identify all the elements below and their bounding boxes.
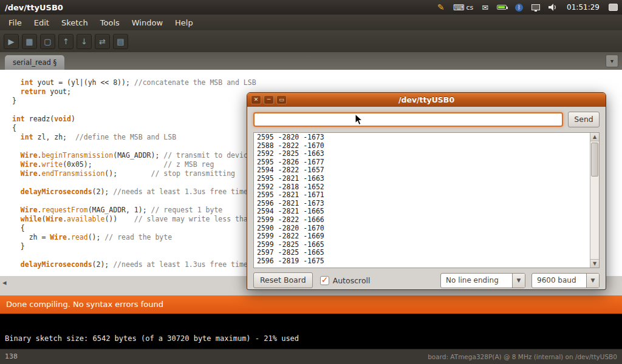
- menu-bar: File Edit Sketch Tools Window Help: [0, 15, 622, 30]
- open-sketch-button[interactable]: ↑: [58, 34, 73, 49]
- serial-monitor-titlebar[interactable]: /dev/ttyUSB0 ✕ ─ ▭: [247, 93, 606, 107]
- new-sketch-button[interactable]: ▢: [40, 34, 55, 49]
- serial-line: 2599 -2822 -1666: [257, 216, 596, 224]
- serial-input-row: Send: [253, 112, 600, 127]
- serial-line: 2595 -2821 -1663: [257, 175, 596, 183]
- scroll-left-icon[interactable]: ◂: [2, 278, 7, 287]
- verify-button[interactable]: ▶: [4, 34, 19, 49]
- maximize-icon[interactable]: ▭: [276, 95, 287, 104]
- status-message: Done compiling. No syntax errors found: [6, 300, 163, 309]
- menu-file[interactable]: File: [2, 16, 28, 30]
- session-icon: [609, 4, 618, 11]
- serial-monitor-body: Send 2595 -2820 -16732588 -2822 -1670259…: [247, 107, 606, 288]
- line-ending-value: No line ending: [441, 274, 512, 288]
- keyboard-layout-label: cs: [466, 4, 473, 12]
- serial-line: 2597 -2825 -1665: [257, 249, 596, 257]
- menu-window[interactable]: Window: [126, 16, 169, 30]
- serial-line: 2596 -2821 -1673: [257, 200, 596, 208]
- save-sketch-button[interactable]: ↓: [77, 34, 92, 49]
- serial-line: 2595 -2826 -1677: [257, 158, 596, 167]
- battery-indicator[interactable]: [497, 5, 507, 10]
- serial-line: 2590 -2820 -1670: [257, 224, 596, 233]
- window-buttons: ✕ ─ ▭: [247, 95, 287, 104]
- minimize-icon[interactable]: ─: [264, 95, 274, 104]
- serial-monitor-button[interactable]: ▤: [113, 34, 128, 49]
- battery-icon: [497, 5, 507, 10]
- tab-menu-button[interactable]: ▾: [606, 55, 618, 67]
- serial-line: 2596 -2819 -1675: [257, 257, 596, 266]
- serial-line: 2595 -2820 -1673: [257, 133, 596, 142]
- network-indicator[interactable]: [531, 4, 540, 10]
- keyboard-icon: ⌨: [453, 3, 465, 12]
- scroll-down-icon[interactable]: ▼: [590, 259, 599, 268]
- stop-button[interactable]: ▦: [22, 34, 37, 49]
- upload-button[interactable]: ⇄: [95, 34, 110, 49]
- console-output: Binary sketch size: 6542 bytes (of a 307…: [5, 334, 299, 343]
- volume-indicator[interactable]: [549, 4, 558, 11]
- bluetooth-icon: ᛒ: [515, 4, 523, 12]
- speaker-icon: [549, 4, 558, 11]
- menu-tools[interactable]: Tools: [94, 16, 126, 30]
- menu-sketch[interactable]: Sketch: [55, 16, 94, 30]
- mouse-cursor: [355, 113, 363, 129]
- menu-edit[interactable]: Edit: [28, 16, 55, 30]
- close-icon[interactable]: ✕: [251, 95, 261, 104]
- scrollbar-thumb[interactable]: [591, 143, 598, 177]
- tab-serial-read[interactable]: serial_read §: [5, 55, 64, 70]
- serial-vscrollbar[interactable]: ▲ ▼: [590, 133, 599, 268]
- serial-line: 2595 -2821 -1671: [257, 191, 596, 200]
- serial-monitor-title: /dev/ttyUSB0: [247, 95, 606, 104]
- toolbar: ▶▦▢↑↓⇄▤: [0, 30, 622, 52]
- reset-board-button[interactable]: Reset Board: [253, 272, 313, 288]
- board-info: board: ATmega328P(A) @ 8 MHz (internal) …: [428, 353, 617, 360]
- send-button[interactable]: Send: [568, 112, 600, 127]
- menu-help[interactable]: Help: [169, 16, 199, 30]
- autoscroll-checkbox[interactable]: ✓: [320, 276, 329, 285]
- tab-strip: serial_read § ▾: [0, 52, 622, 70]
- serial-output-lines: 2595 -2820 -16732588 -2822 -16702592 -28…: [254, 133, 599, 266]
- chevron-down-icon[interactable]: ▼: [512, 274, 525, 288]
- serial-line: 2599 -2825 -1665: [257, 241, 596, 249]
- footer-bar: 138 board: ATmega328P(A) @ 8 MHz (intern…: [0, 349, 622, 364]
- scroll-up-icon[interactable]: ▲: [590, 133, 599, 141]
- baud-rate-value: 9600 baud: [532, 274, 586, 288]
- arduino-ide-screen: /dev/ttyUSB0 ✎ ⌨ cs ✉ ᛒ 01:51:29 File: [0, 0, 622, 364]
- serial-monitor-window: /dev/ttyUSB0 ✕ ─ ▭ Send 2595 -2820 -1673…: [247, 92, 606, 290]
- line-ending-select[interactable]: No line ending ▼: [440, 273, 525, 288]
- network-icon: [531, 4, 540, 10]
- autoscroll-label: Autoscroll: [333, 276, 371, 285]
- notes-indicator-icon[interactable]: ✎: [437, 2, 445, 12]
- serial-controls-row: Reset Board ✓ Autoscroll No line ending …: [253, 272, 600, 288]
- serial-line: 2594 -2822 -1657: [257, 166, 596, 175]
- bluetooth-indicator[interactable]: ᛒ: [515, 4, 523, 12]
- baud-rate-select[interactable]: 9600 baud ▼: [531, 273, 600, 288]
- console: Binary sketch size: 6542 bytes (of a 307…: [0, 314, 622, 349]
- checkmark-icon: ✓: [321, 275, 329, 285]
- top-panel: /dev/ttyUSB0 ✎ ⌨ cs ✉ ᛒ 01:51:29: [0, 0, 622, 15]
- session-indicator[interactable]: [609, 4, 618, 11]
- serial-line: 2599 -2822 -1669: [257, 232, 596, 241]
- serial-line: 2588 -2822 -1670: [257, 142, 596, 150]
- keyboard-layout-indicator[interactable]: ⌨ cs: [453, 3, 474, 12]
- serial-line: 2594 -2821 -1665: [257, 207, 596, 216]
- serial-line: 2592 -2818 -1652: [257, 183, 596, 192]
- serial-line: 2592 -2825 -1663: [257, 150, 596, 158]
- mail-indicator-icon[interactable]: ✉: [482, 3, 488, 12]
- line-number: 138: [5, 352, 18, 360]
- serial-output-panel: 2595 -2820 -16732588 -2822 -16702592 -28…: [253, 132, 600, 268]
- serial-input[interactable]: [253, 112, 563, 127]
- status-bar: Done compiling. No syntax errors found: [0, 295, 622, 314]
- code-line: int yout = (yl|(yh << 8)); //concatenate…: [12, 78, 622, 87]
- chevron-down-icon[interactable]: ▼: [586, 274, 599, 288]
- window-title: /dev/ttyUSB0: [0, 3, 63, 12]
- clock-indicator[interactable]: 01:51:29: [567, 3, 600, 12]
